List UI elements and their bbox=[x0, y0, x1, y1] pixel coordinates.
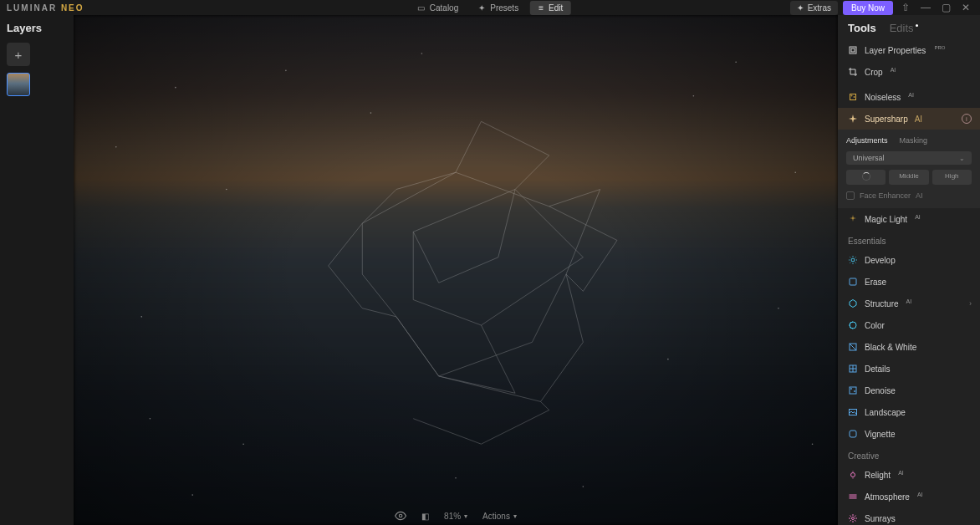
extras-label: Extras bbox=[808, 3, 831, 13]
relight-icon bbox=[848, 470, 858, 480]
tool-relight[interactable]: Relight AI bbox=[838, 464, 980, 486]
erase-icon bbox=[848, 277, 858, 287]
tool-erase[interactable]: Erase bbox=[838, 271, 980, 293]
tab-catalog[interactable]: ▭ Catalog bbox=[409, 1, 467, 15]
maximize-button[interactable]: ▢ bbox=[938, 0, 953, 15]
tool-black-white[interactable]: Black & White bbox=[838, 336, 980, 358]
tab-presets-label: Presets bbox=[490, 3, 518, 13]
noiseless-icon bbox=[848, 92, 858, 102]
tool-layer-properties[interactable]: Layer Properties PRO bbox=[838, 39, 980, 61]
ai-badge: AI bbox=[917, 492, 923, 497]
svg-rect-25 bbox=[850, 278, 856, 285]
tool-supersharp-header[interactable]: Supersharp AI i bbox=[838, 108, 980, 130]
tool-atmosphere[interactable]: Atmosphere AI bbox=[838, 486, 980, 507]
develop-icon bbox=[848, 255, 858, 265]
section-creative: Creative bbox=[838, 445, 980, 464]
layer-properties-label: Layer Properties bbox=[865, 46, 926, 55]
canvas-toolbar: ◧ 81% ▾ Actions ▾ bbox=[395, 510, 517, 522]
actions-label: Actions bbox=[482, 512, 510, 521]
subtab-adjustments[interactable]: Adjustments bbox=[846, 136, 888, 145]
tool-landscape[interactable]: Landscape bbox=[838, 401, 980, 423]
strength-low-button[interactable] bbox=[846, 170, 886, 185]
tab-catalog-label: Catalog bbox=[430, 3, 458, 13]
chevron-down-icon: ▾ bbox=[464, 512, 467, 520]
layers-panel: Layers + bbox=[0, 15, 74, 525]
magic-light-label: Magic Light bbox=[865, 215, 907, 224]
main-layout: Layers + bbox=[0, 15, 980, 525]
subtab-masking[interactable]: Masking bbox=[900, 136, 928, 145]
tab-tools[interactable]: Tools bbox=[848, 22, 876, 34]
svg-rect-29 bbox=[850, 387, 856, 394]
app-logo: LUMINAR NEO bbox=[7, 3, 84, 13]
tab-presets[interactable]: ✦ Presets bbox=[470, 1, 527, 15]
tool-magic-light[interactable]: Magic Light AI bbox=[838, 208, 980, 230]
actions-menu[interactable]: Actions ▾ bbox=[482, 512, 517, 521]
details-icon bbox=[848, 364, 858, 374]
face-enhancer-checkbox[interactable] bbox=[846, 191, 855, 200]
tool-develop[interactable]: Develop bbox=[838, 249, 980, 271]
compare-button[interactable]: ◧ bbox=[421, 512, 429, 521]
share-button[interactable]: ⇧ bbox=[898, 0, 913, 15]
logo-main: LUMINAR bbox=[7, 3, 57, 13]
noiseless-label: Noiseless bbox=[865, 93, 901, 102]
strength-middle-button[interactable]: Middle bbox=[889, 170, 928, 185]
tab-edits-label: Edits bbox=[890, 22, 914, 34]
tool-sunrays[interactable]: Sunrays bbox=[838, 507, 980, 525]
tab-edit-label: Edit bbox=[549, 3, 563, 13]
color-icon bbox=[848, 320, 858, 330]
zoom-level[interactable]: 81% ▾ bbox=[444, 512, 467, 521]
denoise-icon bbox=[848, 385, 858, 395]
tool-details[interactable]: Details bbox=[838, 358, 980, 380]
develop-label: Develop bbox=[865, 256, 896, 265]
mode-tabs: ▭ Catalog ✦ Presets ≡ Edit bbox=[409, 1, 571, 15]
tool-crop[interactable]: Crop AI bbox=[838, 61, 980, 83]
svg-point-22 bbox=[851, 95, 852, 96]
relight-label: Relight bbox=[865, 471, 891, 480]
atmosphere-label: Atmosphere bbox=[865, 492, 910, 502]
mode-value: Universal bbox=[853, 154, 885, 162]
structure-label: Structure bbox=[865, 299, 899, 308]
erase-label: Erase bbox=[865, 278, 886, 287]
plugin-icon: ✦ bbox=[797, 3, 804, 13]
face-enhancer-row[interactable]: Face Enhancer AI bbox=[846, 191, 972, 200]
supersharp-mode-dropdown[interactable]: Universal ⌄ bbox=[846, 151, 972, 165]
title-bar: LUMINAR NEO ▭ Catalog ✦ Presets ≡ Edit ✦… bbox=[0, 0, 980, 15]
bw-label: Black & White bbox=[865, 343, 916, 352]
top-right-controls: ✦ Extras Buy Now ⇧ — ▢ ✕ bbox=[790, 0, 973, 15]
landscape-icon bbox=[848, 407, 858, 417]
ai-badge: AI bbox=[906, 298, 912, 304]
tool-noiseless[interactable]: Noiseless AI bbox=[838, 86, 980, 108]
sunrays-icon bbox=[848, 513, 858, 523]
buy-now-button[interactable]: Buy Now bbox=[843, 1, 893, 15]
add-layer-button[interactable]: + bbox=[7, 43, 30, 66]
tool-vignette[interactable]: Vignette bbox=[838, 423, 980, 445]
toggle-visibility-button[interactable] bbox=[395, 510, 406, 522]
zoom-value: 81% bbox=[444, 512, 461, 521]
details-label: Details bbox=[865, 364, 891, 374]
sunrays-label: Sunrays bbox=[865, 514, 896, 523]
supersharp-label: Supersharp bbox=[865, 115, 908, 124]
strength-buttons: Middle High bbox=[846, 170, 972, 185]
layer-thumbnail[interactable] bbox=[7, 73, 30, 96]
atmosphere-icon bbox=[848, 492, 858, 502]
tool-structure[interactable]: Structure AI › bbox=[838, 293, 980, 314]
minimize-button[interactable]: — bbox=[918, 0, 933, 15]
tab-edits[interactable]: Edits bbox=[890, 22, 918, 34]
strength-high-button[interactable]: High bbox=[932, 170, 972, 185]
canvas-vignette bbox=[74, 15, 838, 525]
close-button[interactable]: ✕ bbox=[958, 0, 973, 15]
ai-badge: AI bbox=[915, 115, 922, 124]
info-icon[interactable]: i bbox=[962, 114, 972, 124]
svg-point-35 bbox=[852, 517, 855, 520]
canvas[interactable]: ◧ 81% ▾ Actions ▾ bbox=[74, 15, 838, 525]
layers-title: Layers bbox=[7, 22, 67, 34]
extras-button[interactable]: ✦ Extras bbox=[790, 1, 838, 15]
tool-denoise[interactable]: Denoise bbox=[838, 380, 980, 401]
tool-color[interactable]: Color bbox=[838, 314, 980, 336]
ai-badge: AI bbox=[898, 470, 904, 476]
tab-edit[interactable]: ≡ Edit bbox=[530, 1, 571, 15]
ai-badge: AI bbox=[891, 67, 896, 73]
svg-rect-20 bbox=[851, 48, 855, 52]
svg-point-23 bbox=[854, 97, 855, 98]
sparkle-icon: ✦ bbox=[478, 3, 485, 13]
